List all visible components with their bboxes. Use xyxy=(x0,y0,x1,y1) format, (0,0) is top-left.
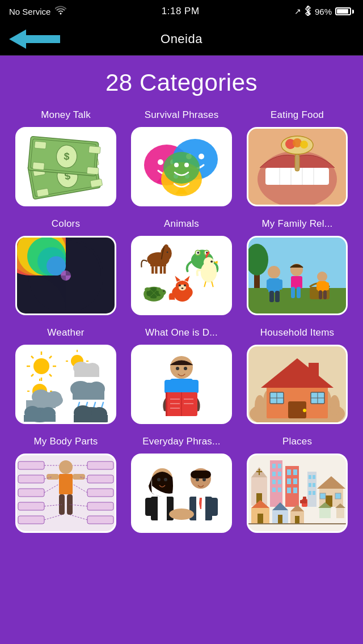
category-what-one-is-doing[interactable]: What One is D... xyxy=(124,323,239,432)
category-survival-phrases[interactable]: Survival Phrases xyxy=(124,105,239,214)
category-image-weather xyxy=(15,345,116,424)
wifi-icon xyxy=(55,6,66,17)
svg-rect-193 xyxy=(73,474,85,480)
svg-point-87 xyxy=(182,287,184,289)
svg-point-66 xyxy=(197,252,199,254)
svg-rect-281 xyxy=(336,508,344,518)
category-image-money-talk: $ $ xyxy=(15,127,116,206)
svg-rect-253 xyxy=(293,488,297,493)
category-eating-food[interactable]: Eating Food xyxy=(239,105,355,214)
svg-rect-199 xyxy=(18,502,44,510)
svg-rect-244 xyxy=(278,480,281,484)
svg-rect-260 xyxy=(258,514,263,524)
svg-rect-188 xyxy=(309,363,319,378)
category-colors[interactable]: Colors xyxy=(8,214,124,323)
categories-grid: Money Talk $ xyxy=(6,105,357,541)
svg-rect-157 xyxy=(164,380,174,393)
status-time: 1:18 PM xyxy=(162,6,200,17)
svg-rect-106 xyxy=(325,282,329,290)
main-content: 28 Categories Money Talk $ xyxy=(0,56,363,552)
category-label-my-family: My Family Rel... xyxy=(261,217,332,231)
svg-point-75 xyxy=(145,287,150,291)
svg-rect-196 xyxy=(18,461,44,469)
svg-rect-158 xyxy=(189,380,199,393)
signal-text: No Service xyxy=(9,7,50,16)
svg-rect-198 xyxy=(18,489,44,497)
status-right: ↗ 96% xyxy=(294,6,354,18)
svg-rect-240 xyxy=(278,464,281,468)
category-household-items[interactable]: Household Items xyxy=(239,323,355,432)
svg-rect-53 xyxy=(151,266,154,274)
svg-point-103 xyxy=(317,272,327,282)
svg-rect-250 xyxy=(287,478,291,484)
svg-rect-278 xyxy=(335,493,341,499)
svg-rect-202 xyxy=(87,475,113,483)
category-label-weather: Weather xyxy=(47,325,84,340)
svg-rect-249 xyxy=(293,469,297,475)
svg-rect-197 xyxy=(18,475,44,483)
svg-rect-205 xyxy=(87,516,113,524)
svg-point-70 xyxy=(210,260,213,262)
svg-point-155 xyxy=(184,367,187,370)
svg-point-59 xyxy=(167,252,168,253)
svg-rect-100 xyxy=(297,287,301,298)
category-weather[interactable]: Weather xyxy=(8,323,124,432)
status-bar: No Service 1:18 PM ↗ 96% xyxy=(0,0,363,23)
category-animals[interactable]: Animals xyxy=(124,214,239,323)
svg-rect-252 xyxy=(287,488,291,493)
svg-point-31 xyxy=(163,152,200,184)
category-image-what-one-is-doing xyxy=(131,345,232,424)
category-label-household-items: Household Items xyxy=(260,325,335,340)
nav-title: Oneida xyxy=(161,32,202,46)
svg-rect-108 xyxy=(323,290,327,299)
svg-point-170 xyxy=(255,395,265,416)
svg-point-231 xyxy=(169,509,194,520)
svg-rect-273 xyxy=(313,491,315,495)
svg-rect-266 xyxy=(295,516,299,524)
category-image-my-family xyxy=(247,236,348,315)
category-label-places: Places xyxy=(282,434,312,449)
svg-rect-241 xyxy=(272,472,276,476)
svg-point-85 xyxy=(179,284,181,286)
svg-point-86 xyxy=(184,284,186,286)
battery-percent: 96% xyxy=(315,7,332,16)
category-label-money-talk: Money Talk xyxy=(41,108,91,122)
svg-rect-255 xyxy=(300,500,303,503)
svg-rect-263 xyxy=(278,515,282,524)
svg-rect-192 xyxy=(47,474,59,480)
category-places[interactable]: Places xyxy=(239,432,355,541)
svg-rect-277 xyxy=(320,493,326,499)
svg-rect-256 xyxy=(303,500,307,503)
svg-rect-221 xyxy=(145,498,154,516)
svg-rect-15 xyxy=(88,146,100,154)
category-label-animals: Animals xyxy=(164,217,199,231)
svg-rect-105 xyxy=(316,282,320,290)
svg-rect-127 xyxy=(74,370,99,377)
svg-point-190 xyxy=(59,460,73,474)
category-my-body-parts[interactable]: My Body Parts xyxy=(8,432,124,541)
svg-point-32 xyxy=(174,163,179,167)
svg-rect-14 xyxy=(35,141,47,149)
category-money-talk[interactable]: Money Talk $ xyxy=(8,105,124,214)
svg-rect-239 xyxy=(272,464,276,468)
svg-rect-17 xyxy=(87,167,99,175)
category-label-survival-phrases: Survival Phrases xyxy=(145,108,219,122)
svg-rect-243 xyxy=(272,480,276,484)
category-my-family[interactable]: My Family Rel... xyxy=(239,214,355,323)
svg-point-26 xyxy=(199,154,204,159)
category-image-household-items xyxy=(247,345,348,424)
svg-point-181 xyxy=(303,409,306,412)
category-everyday-phrases[interactable]: Everyday Phras... xyxy=(124,432,239,541)
category-image-survival-phrases xyxy=(131,127,232,206)
svg-point-226 xyxy=(202,478,206,481)
svg-rect-99 xyxy=(291,276,302,289)
svg-point-45 xyxy=(300,141,308,149)
back-button[interactable] xyxy=(9,29,60,49)
category-image-everyday-phrases xyxy=(131,454,232,533)
svg-rect-228 xyxy=(209,498,218,516)
page-title: 28 Categories xyxy=(6,61,357,105)
svg-point-92 xyxy=(268,266,280,278)
svg-point-219 xyxy=(164,478,167,481)
svg-rect-279 xyxy=(319,508,331,518)
svg-point-74 xyxy=(163,290,165,292)
